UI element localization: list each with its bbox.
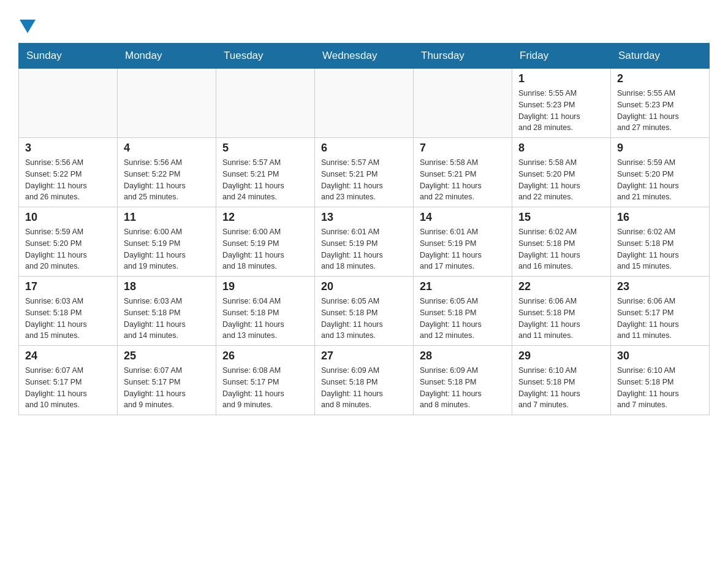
calendar-week-3: 10Sunrise: 5:59 AM Sunset: 5:20 PM Dayli… [19,207,710,277]
header-monday: Monday [118,44,216,69]
day-number: 13 [321,211,407,224]
calendar-week-1: 1Sunrise: 5:55 AM Sunset: 5:23 PM Daylig… [19,69,710,138]
calendar-day: 28Sunrise: 6:09 AM Sunset: 5:18 PM Dayli… [414,346,512,415]
day-info: Sunrise: 6:06 AM Sunset: 5:17 PM Dayligh… [617,296,703,342]
day-number: 16 [617,211,703,224]
day-number: 8 [518,142,604,155]
day-info: Sunrise: 6:01 AM Sunset: 5:19 PM Dayligh… [420,226,506,272]
day-info: Sunrise: 6:00 AM Sunset: 5:19 PM Dayligh… [222,226,308,272]
day-number: 26 [222,350,308,362]
calendar-day: 7Sunrise: 5:58 AM Sunset: 5:21 PM Daylig… [414,138,512,207]
day-number: 11 [124,211,210,224]
calendar-day: 26Sunrise: 6:08 AM Sunset: 5:17 PM Dayli… [216,346,315,415]
calendar-day: 18Sunrise: 6:03 AM Sunset: 5:18 PM Dayli… [118,277,216,346]
calendar-day: 11Sunrise: 6:00 AM Sunset: 5:19 PM Dayli… [118,207,216,277]
calendar-header-row: Sunday Monday Tuesday Wednesday Thursday… [19,44,710,69]
day-info: Sunrise: 6:06 AM Sunset: 5:18 PM Dayligh… [518,296,604,342]
day-number: 17 [25,280,111,293]
calendar-day [118,69,216,138]
day-info: Sunrise: 5:55 AM Sunset: 5:23 PM Dayligh… [617,88,703,134]
day-number: 10 [25,211,111,224]
day-number: 6 [321,142,407,155]
header-tuesday: Tuesday [216,44,315,69]
day-info: Sunrise: 6:10 AM Sunset: 5:18 PM Dayligh… [518,365,604,411]
day-number: 9 [617,142,703,155]
day-number: 7 [420,142,506,155]
day-number: 19 [222,280,308,293]
day-info: Sunrise: 5:56 AM Sunset: 5:22 PM Dayligh… [124,157,210,203]
day-info: Sunrise: 6:02 AM Sunset: 5:18 PM Dayligh… [518,226,604,272]
day-number: 29 [518,350,604,362]
calendar-day: 3Sunrise: 5:56 AM Sunset: 5:22 PM Daylig… [19,138,118,207]
calendar-week-2: 3Sunrise: 5:56 AM Sunset: 5:22 PM Daylig… [19,138,710,207]
day-number: 15 [518,211,604,224]
header-sunday: Sunday [19,44,118,69]
calendar-day: 2Sunrise: 5:55 AM Sunset: 5:23 PM Daylig… [611,69,710,138]
logo-arrow-icon [20,20,36,33]
day-number: 30 [617,350,703,362]
header [18,12,710,31]
day-number: 25 [124,350,210,362]
calendar-week-4: 17Sunrise: 6:03 AM Sunset: 5:18 PM Dayli… [19,277,710,346]
day-info: Sunrise: 6:05 AM Sunset: 5:18 PM Dayligh… [420,296,506,342]
calendar-day: 4Sunrise: 5:56 AM Sunset: 5:22 PM Daylig… [118,138,216,207]
calendar-day: 16Sunrise: 6:02 AM Sunset: 5:18 PM Dayli… [611,207,710,277]
calendar-week-5: 24Sunrise: 6:07 AM Sunset: 5:17 PM Dayli… [19,346,710,415]
day-info: Sunrise: 6:07 AM Sunset: 5:17 PM Dayligh… [124,365,210,411]
day-number: 4 [124,142,210,155]
day-info: Sunrise: 6:02 AM Sunset: 5:18 PM Dayligh… [617,226,703,272]
day-info: Sunrise: 6:09 AM Sunset: 5:18 PM Dayligh… [420,365,506,411]
calendar-day: 25Sunrise: 6:07 AM Sunset: 5:17 PM Dayli… [118,346,216,415]
day-info: Sunrise: 5:59 AM Sunset: 5:20 PM Dayligh… [617,157,703,203]
calendar-day: 14Sunrise: 6:01 AM Sunset: 5:19 PM Dayli… [414,207,512,277]
day-info: Sunrise: 5:58 AM Sunset: 5:21 PM Dayligh… [420,157,506,203]
calendar: Sunday Monday Tuesday Wednesday Thursday… [18,43,710,415]
calendar-day [216,69,315,138]
day-info: Sunrise: 6:10 AM Sunset: 5:18 PM Dayligh… [617,365,703,411]
day-info: Sunrise: 6:01 AM Sunset: 5:19 PM Dayligh… [321,226,407,272]
day-number: 2 [617,72,703,85]
day-info: Sunrise: 5:56 AM Sunset: 5:22 PM Dayligh… [25,157,111,203]
calendar-day: 15Sunrise: 6:02 AM Sunset: 5:18 PM Dayli… [512,207,611,277]
day-number: 18 [124,280,210,293]
day-number: 14 [420,211,506,224]
day-number: 22 [518,280,604,293]
day-number: 23 [617,280,703,293]
calendar-day [19,69,118,138]
day-info: Sunrise: 5:55 AM Sunset: 5:23 PM Dayligh… [518,88,604,134]
calendar-day: 5Sunrise: 5:57 AM Sunset: 5:21 PM Daylig… [216,138,315,207]
day-number: 21 [420,280,506,293]
calendar-day: 22Sunrise: 6:06 AM Sunset: 5:18 PM Dayli… [512,277,611,346]
day-info: Sunrise: 6:05 AM Sunset: 5:18 PM Dayligh… [321,296,407,342]
svg-marker-0 [20,20,36,33]
calendar-day: 24Sunrise: 6:07 AM Sunset: 5:17 PM Dayli… [19,346,118,415]
calendar-day: 1Sunrise: 5:55 AM Sunset: 5:23 PM Daylig… [512,69,611,138]
day-info: Sunrise: 5:58 AM Sunset: 5:20 PM Dayligh… [518,157,604,203]
day-info: Sunrise: 6:07 AM Sunset: 5:17 PM Dayligh… [25,365,111,411]
day-info: Sunrise: 6:00 AM Sunset: 5:19 PM Dayligh… [124,226,210,272]
day-info: Sunrise: 5:57 AM Sunset: 5:21 PM Dayligh… [222,157,308,203]
day-info: Sunrise: 5:59 AM Sunset: 5:20 PM Dayligh… [25,226,111,272]
day-number: 28 [420,350,506,362]
day-info: Sunrise: 6:08 AM Sunset: 5:17 PM Dayligh… [222,365,308,411]
header-thursday: Thursday [414,44,512,69]
day-info: Sunrise: 6:03 AM Sunset: 5:18 PM Dayligh… [124,296,210,342]
calendar-day: 23Sunrise: 6:06 AM Sunset: 5:17 PM Dayli… [611,277,710,346]
day-info: Sunrise: 5:57 AM Sunset: 5:21 PM Dayligh… [321,157,407,203]
calendar-day: 29Sunrise: 6:10 AM Sunset: 5:18 PM Dayli… [512,346,611,415]
calendar-day: 8Sunrise: 5:58 AM Sunset: 5:20 PM Daylig… [512,138,611,207]
day-number: 27 [321,350,407,362]
header-wednesday: Wednesday [315,44,414,69]
calendar-day [414,69,512,138]
calendar-day: 19Sunrise: 6:04 AM Sunset: 5:18 PM Dayli… [216,277,315,346]
logo [18,12,36,31]
day-info: Sunrise: 6:04 AM Sunset: 5:18 PM Dayligh… [222,296,308,342]
header-friday: Friday [512,44,611,69]
calendar-day: 30Sunrise: 6:10 AM Sunset: 5:18 PM Dayli… [611,346,710,415]
day-number: 3 [25,142,111,155]
calendar-day [315,69,414,138]
header-saturday: Saturday [611,44,710,69]
day-number: 1 [518,72,604,85]
day-info: Sunrise: 6:03 AM Sunset: 5:18 PM Dayligh… [25,296,111,342]
calendar-day: 13Sunrise: 6:01 AM Sunset: 5:19 PM Dayli… [315,207,414,277]
